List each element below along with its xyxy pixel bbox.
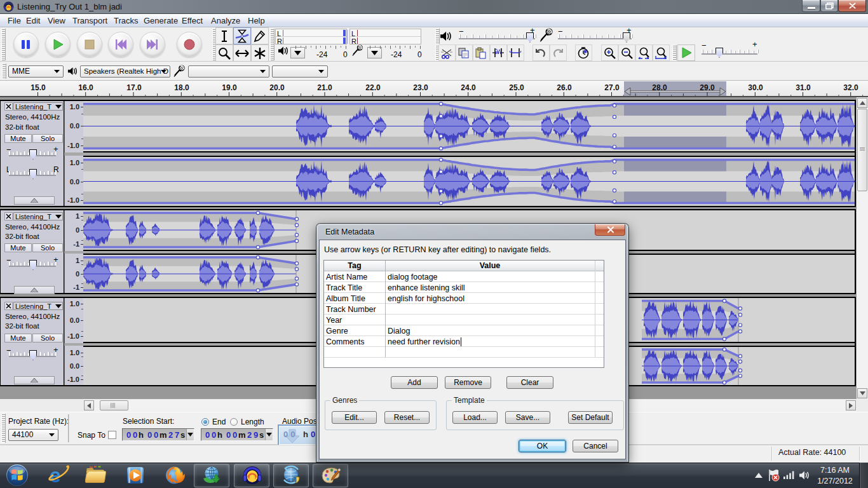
svg-text:e: e [50, 464, 61, 486]
